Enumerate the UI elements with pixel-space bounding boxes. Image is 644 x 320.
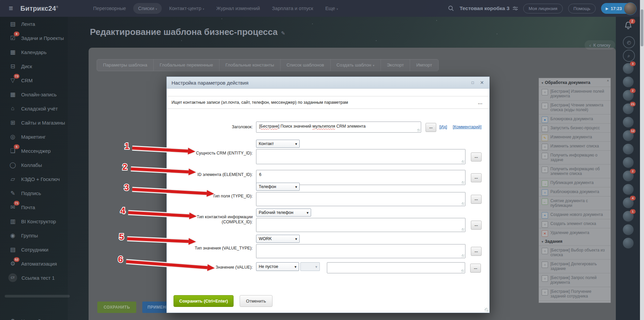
- id-link[interactable]: [Ид]: [439, 125, 447, 129]
- palette-item[interactable]: ○[Бестранк] Выбор объекта из списка: [539, 245, 610, 259]
- chat-avatar-2[interactable]: [623, 77, 634, 87]
- tab-5[interactable]: Создать шаблон▾: [331, 59, 381, 71]
- chat-avatar-3[interactable]: 2: [623, 90, 634, 101]
- type-input[interactable]: [256, 192, 465, 206]
- sidebar-item-15[interactable]: ▥BI Конструктор: [0, 214, 68, 228]
- user-avatar[interactable]: [624, 2, 637, 15]
- type-browse-button[interactable]: ...: [471, 195, 482, 204]
- complex-input[interactable]: [256, 218, 465, 232]
- sidebar-item-settings[interactable]: ⚙ Настройки: [0, 314, 77, 320]
- palette-item[interactable]: ○Создать элемент списка: [539, 219, 610, 228]
- palette-item[interactable]: ○[Бестранк] Изменение полей документа: [539, 87, 610, 100]
- back-to-list-button[interactable]: ‹ К списку: [585, 40, 615, 50]
- strip-search-icon[interactable]: ⌕: [623, 50, 635, 62]
- search-icon[interactable]: [448, 5, 454, 11]
- sidebar-item-12[interactable]: ▱КЭДО + Госключ: [0, 172, 68, 186]
- sidebar-item-8[interactable]: ⊞Сайты и Магазины: [0, 116, 68, 130]
- tab-7[interactable]: Импорт: [410, 59, 438, 71]
- tab-3[interactable]: Глобальные константы: [219, 59, 281, 71]
- topbar-menu-item-6[interactable]: Еще▾: [320, 3, 343, 14]
- timer-button[interactable]: ▶ 17:23: [601, 3, 636, 14]
- sidebar-item-4[interactable]: ⊟Диск: [0, 59, 68, 73]
- topbar-menu-item-5[interactable]: Зарплата и отпуск: [267, 3, 318, 14]
- license-button[interactable]: Моя лицензия: [523, 4, 563, 13]
- save-button[interactable]: Сохранить (Ctrl+Enter): [174, 295, 234, 307]
- palette-item[interactable]: ✕Удаление документа: [539, 228, 610, 237]
- title-input[interactable]: [Бестранк] Поиск значений мультиполя CRM…: [256, 122, 421, 133]
- page-scrollbar[interactable]: [640, 0, 644, 320]
- comment-link[interactable]: [Комментарий]: [453, 125, 482, 129]
- chat-avatar-5[interactable]: [623, 117, 634, 128]
- more-options-button[interactable]: ...: [478, 100, 483, 105]
- dialog-titlebar[interactable]: Настройка параметров действия □ ✕: [167, 77, 489, 89]
- palette-item[interactable]: ○Получить информацию об элементе списка: [539, 164, 610, 178]
- palette-item[interactable]: →Публикация документа: [539, 178, 610, 187]
- palette-item[interactable]: ✎Изменение документа: [539, 132, 610, 141]
- palette-section-header[interactable]: ▾Задания: [539, 237, 610, 245]
- chat-avatar-4[interactable]: 21: [623, 103, 634, 114]
- palette-item[interactable]: ←Снятие документа с публикации: [539, 196, 610, 210]
- edit-title-icon[interactable]: ✎: [281, 30, 285, 36]
- hamburger-menu-icon[interactable]: ≡: [9, 4, 13, 13]
- sidebar-item-13[interactable]: ✎Подпись: [0, 186, 68, 200]
- value-browse-button[interactable]: ...: [470, 264, 481, 273]
- bitrix-logo[interactable]: Битрикс24®: [20, 5, 58, 12]
- page-save-button[interactable]: СОХРАНИТЬ: [97, 302, 136, 313]
- type-select[interactable]: Телефон▾: [256, 183, 300, 191]
- sidebar-item-17[interactable]: ▤Сотрудники: [0, 242, 68, 257]
- tab-4[interactable]: Список шаблонов: [281, 59, 331, 71]
- palette-item[interactable]: ○[Бестранк] Делегировать задание: [539, 259, 610, 273]
- chat-avatar-1[interactable]: 3: [623, 63, 634, 74]
- palette-section-header[interactable]: ▾Обработка документа: [539, 78, 610, 87]
- close-icon[interactable]: ✕: [480, 80, 484, 85]
- chat-avatar-14[interactable]: [623, 238, 634, 248]
- tab-1[interactable]: Параметры шаблона: [97, 59, 154, 71]
- chat-avatar-12[interactable]: 1: [623, 211, 634, 222]
- scrollbar-thumb[interactable]: [641, 9, 643, 46]
- palette-item[interactable]: ○[Бестранк] Получить статус задания бизн…: [539, 301, 610, 303]
- sidebar-item-9[interactable]: ◎Маркетинг: [0, 130, 68, 144]
- element-id-browse-button[interactable]: ...: [471, 173, 482, 182]
- value-type-browse-button[interactable]: ...: [471, 247, 482, 256]
- palette-item[interactable]: ●Блокировка документа: [539, 114, 610, 123]
- chat-avatar-11[interactable]: 4: [623, 197, 634, 208]
- palette-item[interactable]: ○[Бестранк] Чтение элемента списка (коды…: [539, 100, 610, 114]
- sidebar-item-16[interactable]: ◉Группы: [0, 228, 68, 242]
- palette-item[interactable]: +Создание нового документа: [539, 210, 610, 219]
- chat-avatar-6[interactable]: 12: [623, 130, 634, 141]
- sidebar-scroll-divider[interactable]: [5, 295, 70, 298]
- palette-item[interactable]: ○Запустить бизнес-процесс: [539, 123, 610, 132]
- sidebar-item-2[interactable]: ☑8Задачи и Проекты: [0, 31, 68, 45]
- chat-avatar-13[interactable]: [623, 224, 634, 235]
- sidebar-item-11[interactable]: ◯Коллабы: [0, 158, 68, 172]
- sidebar-item-19[interactable]: СТСсылка тест 1: [0, 271, 68, 285]
- palette-item[interactable]: ○[Бестранк] Получение заданий сотрудника: [539, 287, 610, 301]
- entity-select[interactable]: Контакт▾: [256, 140, 300, 148]
- palette-item[interactable]: ○[Бестранк] Запрос полей документа: [539, 273, 610, 287]
- chat-avatar-9[interactable]: 2: [623, 171, 634, 181]
- value-input[interactable]: [327, 262, 465, 273]
- value-condition-select[interactable]: Не пустое▾: [256, 262, 299, 271]
- chat-avatar-7[interactable]: [623, 144, 634, 154]
- complex-browse-button[interactable]: ...: [471, 221, 482, 230]
- palette-item[interactable]: ○Разблокировка документа: [539, 187, 610, 196]
- sidebar-item-10[interactable]: ❑5Мессенджер: [0, 144, 68, 158]
- sidebar-item-6[interactable]: ▦Онлайн-запись: [0, 87, 68, 101]
- sidebar-item-14[interactable]: ✉71Почта: [0, 200, 68, 214]
- tab-2[interactable]: Глобальные переменные: [154, 59, 219, 71]
- topbar-menu-item-3[interactable]: Контакт-центр▾: [164, 3, 209, 14]
- sidebar-item-7[interactable]: ⌂Складской учёт: [0, 101, 68, 116]
- palette-item[interactable]: ○Изменить элемент списка: [539, 141, 610, 150]
- entity-input[interactable]: [256, 149, 465, 164]
- value-extra-select[interactable]: ▾: [300, 262, 320, 271]
- portal-name[interactable]: Тестовая коробка 3: [459, 5, 518, 11]
- sidebar-item-3[interactable]: ▦Календарь: [0, 45, 68, 59]
- sidebar-item-18[interactable]: ⚙52Автоматизация: [0, 257, 68, 271]
- palette-item[interactable]: ○Получить информацию о задаче: [539, 150, 610, 164]
- maximize-icon[interactable]: □: [472, 80, 474, 85]
- tab-6[interactable]: Экспорт: [381, 59, 410, 71]
- chat-avatar-8[interactable]: [623, 157, 634, 168]
- cancel-button[interactable]: Отменить: [240, 295, 272, 307]
- value-type-input[interactable]: [256, 244, 465, 258]
- value-type-select[interactable]: WORK▾: [256, 235, 300, 243]
